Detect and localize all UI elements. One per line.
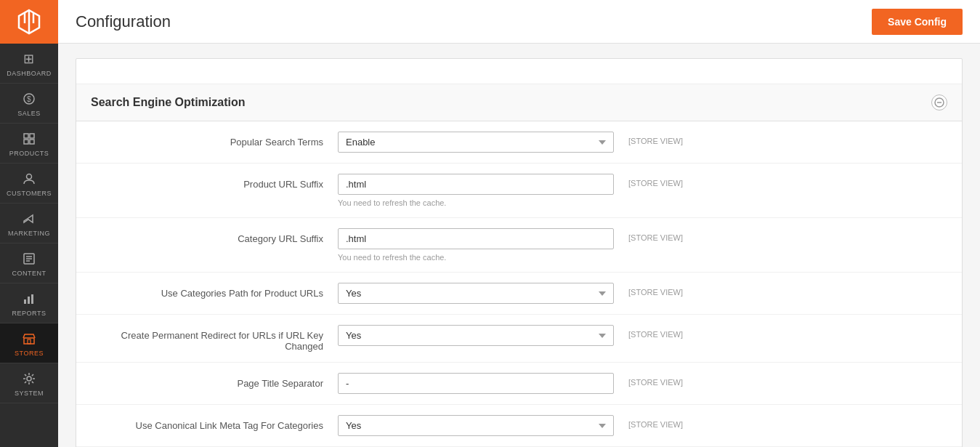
- logo[interactable]: [0, 0, 58, 44]
- use-categories-path-label: Use Categories Path for Product URLs: [91, 283, 338, 299]
- product-url-suffix-control: You need to refresh the cache.: [338, 174, 614, 207]
- svg-rect-4: [24, 140, 28, 144]
- category-url-suffix-hint: You need to refresh the cache.: [338, 253, 614, 262]
- svg-rect-13: [31, 294, 33, 304]
- canonical-link-categories-control: Yes No: [338, 415, 614, 436]
- section-header: Search Engine Optimization: [76, 84, 962, 121]
- sidebar-item-sales[interactable]: $ SALES: [0, 84, 58, 124]
- sidebar-label-reports: REPORTS: [12, 310, 46, 317]
- sidebar-label-products: PRODUCTS: [9, 150, 49, 157]
- page-title-separator-input[interactable]: [338, 373, 614, 394]
- sidebar-item-stores[interactable]: STORES: [0, 323, 58, 363]
- canonical-link-categories-label: Use Canonical Link Meta Tag For Categori…: [91, 415, 338, 431]
- content-icon: [21, 251, 37, 267]
- create-permanent-redirect-select[interactable]: Yes No: [338, 325, 614, 346]
- svg-rect-12: [28, 297, 30, 304]
- sidebar-item-content[interactable]: CONTENT: [0, 243, 58, 283]
- create-permanent-redirect-label: Create Permanent Redirect for URLs if UR…: [91, 325, 338, 352]
- sidebar: ⊞ DASHBOARD $ SALES PRODUCTS CUSTOMERS M…: [0, 0, 58, 447]
- page-title-separator-control: [338, 373, 614, 394]
- sidebar-item-customers[interactable]: CUSTOMERS: [0, 164, 58, 204]
- sidebar-item-reports[interactable]: REPORTS: [0, 283, 58, 323]
- create-permanent-redirect-control: Yes No: [338, 325, 614, 346]
- sidebar-item-products[interactable]: PRODUCTS: [0, 124, 58, 164]
- popular-search-terms-label: Popular Search Terms: [91, 132, 338, 148]
- canonical-link-categories-select[interactable]: Yes No: [338, 415, 614, 436]
- page-header: Configuration Save Config: [58, 0, 980, 44]
- use-categories-path-select[interactable]: Yes No: [338, 283, 614, 304]
- section-toggle-button[interactable]: [931, 94, 947, 110]
- marketing-icon: [21, 211, 37, 227]
- use-categories-path-row: Use Categories Path for Product URLs Yes…: [76, 273, 962, 315]
- sidebar-label-customers: CUSTOMERS: [7, 190, 52, 197]
- sidebar-item-system[interactable]: SYSTEM: [0, 363, 58, 403]
- svg-rect-5: [30, 140, 34, 144]
- page-title-separator-store-view: [STORE VIEW]: [628, 373, 683, 387]
- magento-logo: [16, 9, 42, 35]
- category-url-suffix-label: Category URL Suffix: [91, 228, 338, 244]
- popular-search-terms-select[interactable]: Enable Disable: [338, 132, 614, 153]
- svg-rect-11: [24, 299, 26, 304]
- popular-search-terms-store-view: [STORE VIEW]: [628, 132, 683, 145]
- category-url-suffix-store-view: [STORE VIEW]: [628, 228, 683, 242]
- category-url-suffix-row: Category URL Suffix You need to refresh …: [76, 218, 962, 273]
- page-title-separator-label: Page Title Separator: [91, 373, 338, 389]
- product-url-suffix-row: Product URL Suffix You need to refresh t…: [76, 164, 962, 218]
- svg-point-16: [27, 376, 31, 381]
- sidebar-item-marketing[interactable]: MARKETING: [0, 204, 58, 243]
- sales-icon: $: [21, 91, 37, 107]
- svg-rect-3: [30, 134, 34, 138]
- sidebar-label-system: SYSTEM: [15, 390, 44, 397]
- sidebar-label-dashboard: DASHBOARD: [7, 70, 52, 77]
- svg-rect-15: [28, 339, 31, 344]
- use-categories-path-control: Yes No: [338, 283, 614, 304]
- product-url-suffix-input[interactable]: [338, 174, 614, 195]
- svg-text:$: $: [27, 95, 31, 103]
- products-icon: [21, 131, 37, 147]
- sidebar-item-dashboard[interactable]: ⊞ DASHBOARD: [0, 44, 58, 84]
- section-title: Search Engine Optimization: [91, 96, 245, 109]
- svg-point-6: [27, 174, 32, 180]
- create-permanent-redirect-row: Create Permanent Redirect for URLs if UR…: [76, 315, 962, 363]
- seo-section: Search Engine Optimization Popular Searc…: [76, 58, 963, 447]
- customers-icon: [21, 171, 37, 187]
- stores-icon: [21, 331, 37, 347]
- sidebar-label-marketing: MARKETING: [8, 230, 50, 237]
- create-permanent-redirect-store-view: [STORE VIEW]: [628, 325, 683, 339]
- category-url-suffix-input[interactable]: [338, 228, 614, 249]
- svg-rect-2: [24, 134, 28, 138]
- use-categories-path-store-view: [STORE VIEW]: [628, 283, 683, 297]
- dashboard-icon: ⊞: [21, 51, 37, 67]
- product-url-suffix-store-view: [STORE VIEW]: [628, 174, 683, 188]
- popular-search-terms-row: Popular Search Terms Enable Disable [STO…: [76, 121, 962, 164]
- popular-search-terms-control: Enable Disable: [338, 132, 614, 153]
- section-top-divider: [76, 59, 962, 84]
- product-url-suffix-hint: You need to refresh the cache.: [338, 198, 614, 207]
- sidebar-label-sales: SALES: [17, 110, 41, 117]
- product-url-suffix-label: Product URL Suffix: [91, 174, 338, 190]
- main-content: Configuration Save Config Search Engine …: [58, 0, 980, 447]
- canonical-link-categories-row: Use Canonical Link Meta Tag For Categori…: [76, 405, 962, 447]
- page-title: Configuration: [76, 12, 171, 31]
- page-title-separator-row: Page Title Separator [STORE VIEW]: [76, 363, 962, 405]
- content-area: Search Engine Optimization Popular Searc…: [58, 44, 980, 447]
- svg-rect-14: [24, 338, 34, 344]
- reports-icon: [21, 291, 37, 307]
- sidebar-label-stores: STORES: [15, 350, 44, 357]
- sidebar-label-content: CONTENT: [12, 270, 46, 277]
- save-config-button[interactable]: Save Config: [872, 9, 963, 35]
- canonical-link-categories-store-view: [STORE VIEW]: [628, 415, 683, 429]
- system-icon: [21, 371, 37, 387]
- collapse-icon: [934, 97, 944, 108]
- category-url-suffix-control: You need to refresh the cache.: [338, 228, 614, 262]
